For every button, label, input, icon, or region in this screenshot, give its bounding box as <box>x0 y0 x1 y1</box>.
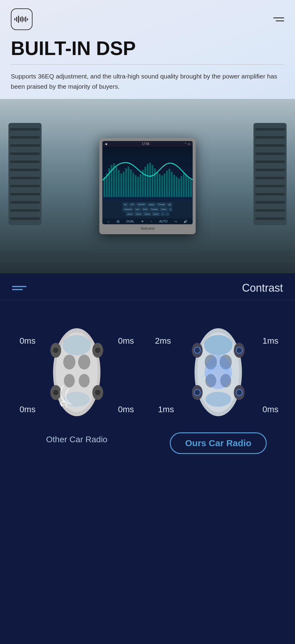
svg-rect-27 <box>140 174 141 197</box>
power-icon: ⏻ <box>116 220 120 223</box>
svg-point-64 <box>95 390 101 395</box>
lower-panel: Contrast 0ms 0ms 0ms 0ms <box>0 273 295 644</box>
svg-point-81 <box>236 389 242 395</box>
other-ms-bottom-left: 0ms <box>20 405 36 414</box>
screen-bottom-bar: ⌂ ⏻ DUAL ❄ ~ AUTO ↪ 🔊 <box>102 219 193 224</box>
left-vent <box>8 123 42 225</box>
other-car-svg <box>38 318 116 426</box>
ctrl-row-users: User1 User2 User3 User5 + - <box>104 212 191 216</box>
svg-rect-20 <box>123 172 124 197</box>
svg-point-68 <box>205 392 231 407</box>
svg-rect-29 <box>144 167 146 197</box>
ctrl-through[interactable]: Through <box>157 203 166 207</box>
title-divider <box>11 64 284 65</box>
ctrl-user3[interactable]: User3 <box>143 212 151 216</box>
screen-inner: ◀ 17:55 ⌃ ▭ <box>102 141 193 224</box>
svg-rect-7 <box>27 18 28 20</box>
ctrl-user5[interactable]: User5 <box>152 212 160 216</box>
ctrl-vol[interactable]: 🔊 <box>167 203 172 207</box>
contrast-bar: Contrast <box>0 273 295 300</box>
our-car-button[interactable]: Ours Car Radio <box>170 432 267 454</box>
eq-curve-svg <box>102 150 193 201</box>
contrast-label: Contrast <box>242 282 283 294</box>
svg-point-56 <box>79 374 90 387</box>
ctrl-jazz[interactable]: Jazz <box>134 207 141 211</box>
svg-point-63 <box>53 390 58 395</box>
svg-rect-30 <box>147 164 148 197</box>
svg-point-67 <box>204 335 233 355</box>
svg-rect-32 <box>152 165 153 197</box>
svg-rect-24 <box>132 173 134 197</box>
screen-icons: ⌃ ▭ <box>184 142 190 146</box>
svg-rect-19 <box>120 173 122 197</box>
ctrl-row-modes: Classical Jazz Rock Popular Reset ℹ <box>104 207 191 211</box>
dual-label: DUAL <box>126 220 134 223</box>
navbar <box>0 0 295 35</box>
svg-point-61 <box>53 347 58 353</box>
ctrl-reset[interactable]: Reset <box>160 207 168 211</box>
svg-rect-41 <box>173 175 175 197</box>
svg-rect-25 <box>135 175 136 197</box>
svg-rect-21 <box>125 168 127 197</box>
svg-rect-3 <box>20 17 21 21</box>
svg-rect-38 <box>166 170 168 197</box>
right-vent <box>253 123 287 225</box>
svg-point-80 <box>194 389 200 395</box>
svg-rect-26 <box>137 177 139 197</box>
ctrl-user1[interactable]: User1 <box>126 212 134 216</box>
svg-point-79 <box>236 347 242 353</box>
svg-rect-17 <box>116 167 117 197</box>
svg-rect-2 <box>18 16 19 23</box>
svg-point-54 <box>78 354 91 370</box>
svg-rect-18 <box>118 170 120 197</box>
ctrl-srs[interactable]: SRS◎ <box>148 203 156 207</box>
svg-rect-36 <box>161 175 163 197</box>
ctrl-classical[interactable]: Classical <box>123 207 133 211</box>
ctrl-row-presets: dts JVC ≡DOLBY SRS◎ Through 🔊 <box>104 203 191 207</box>
our-ms-top-right: 1ms <box>262 336 278 346</box>
svg-rect-43 <box>178 178 180 197</box>
ctrl-dolby[interactable]: ≡DOLBY <box>136 203 147 207</box>
our-ms-bottom-right: 0ms <box>262 405 278 414</box>
logo <box>11 8 33 30</box>
other-car-diagram: 0ms 0ms 0ms 0ms <box>38 318 116 426</box>
hamburger-menu[interactable] <box>273 17 284 21</box>
device-image: ◀ 17:55 ⌃ ▭ <box>0 99 295 273</box>
our-car-column: 2ms 1ms 1ms 0ms <box>154 318 283 454</box>
screen-controls: dts JVC ≡DOLBY SRS◎ Through 🔊 Classical … <box>102 201 193 219</box>
svg-rect-34 <box>157 172 158 197</box>
ctrl-minus[interactable]: - <box>166 212 169 216</box>
svg-point-53 <box>63 354 76 370</box>
ctrl-rock[interactable]: Rock <box>142 207 149 211</box>
subtitle: Supports 36EQ adjustment, and the ultra-… <box>0 71 295 99</box>
svg-rect-12 <box>104 177 105 197</box>
svg-rect-23 <box>130 169 132 197</box>
ctrl-user2[interactable]: User2 <box>135 212 142 216</box>
svg-point-78 <box>194 347 200 353</box>
ctrl-plus[interactable]: + <box>161 212 165 216</box>
brand-label: Seicane <box>102 224 193 231</box>
our-ms-top-left: 2ms <box>155 336 171 346</box>
svg-rect-1 <box>16 17 17 22</box>
ctrl-jvc[interactable]: JVC <box>129 203 135 207</box>
our-ms-bottom-left: 1ms <box>158 405 174 414</box>
ctrl-popular[interactable]: Popular <box>150 207 159 211</box>
ctrl-info[interactable]: ℹ <box>169 207 172 211</box>
svg-rect-39 <box>169 169 170 197</box>
svg-rect-35 <box>159 174 160 197</box>
svg-rect-40 <box>171 172 172 197</box>
top-section: BUILT-IN DSP Supports 36EQ adjustment, a… <box>0 0 295 273</box>
fan-icon: ~ <box>151 220 152 223</box>
our-car-diagram: 2ms 1ms 1ms 0ms <box>179 318 257 426</box>
home-icon: ⌂ <box>107 220 109 223</box>
svg-point-52 <box>64 392 90 407</box>
svg-rect-45 <box>183 173 185 197</box>
ctrl-dts[interactable]: dts <box>123 203 128 207</box>
svg-rect-5 <box>23 17 24 21</box>
svg-point-62 <box>95 347 101 353</box>
svg-rect-44 <box>181 176 182 197</box>
curve-icon: ↪ <box>174 220 177 223</box>
other-ms-top-right: 0ms <box>118 336 134 346</box>
snowflake-icon: ❄ <box>141 220 144 223</box>
svg-rect-22 <box>128 167 129 197</box>
